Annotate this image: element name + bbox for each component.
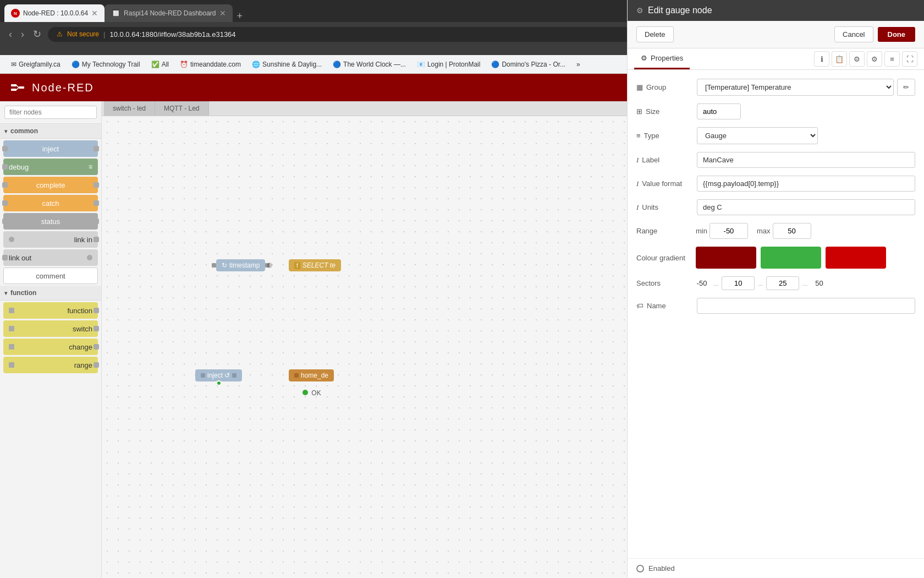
sector-dots-3: ... — [802, 280, 807, 287]
node-range-label: range — [74, 361, 92, 369]
sidebar-item-status[interactable]: status — [3, 213, 98, 230]
bookmark-greigfamily[interactable]: ✉ Greigfamily.ca — [7, 58, 65, 70]
forward-button[interactable]: › — [19, 26, 26, 42]
sector-input-1[interactable] — [722, 276, 755, 290]
sidebar-item-comment[interactable]: comment — [3, 268, 98, 284]
sidebar-item-switch[interactable]: switch — [3, 320, 98, 337]
form-row-value-format: I Value format — [636, 176, 915, 192]
range-min-input[interactable] — [710, 223, 748, 239]
flow-tab-switch-led[interactable]: switch - led — [104, 101, 155, 116]
enabled-circle-icon[interactable] — [636, 565, 644, 572]
form-label-units: I Units — [636, 203, 691, 212]
value-format-cursor-icon: I — [636, 179, 639, 188]
sidebar-item-range[interactable]: range — [3, 357, 98, 373]
nr-logo: Node-RED — [9, 79, 94, 96]
new-tab-button[interactable]: + — [233, 10, 248, 22]
node-comment-label: comment — [36, 272, 65, 280]
status-port-left — [2, 219, 8, 224]
canvas-node-inject2[interactable]: inject ↺ — [195, 369, 242, 381]
tab-node-red-icon: N — [11, 9, 20, 18]
bookmark-sunshine[interactable]: 🌐 Sunshine & Daylig... — [248, 58, 326, 70]
flow-tab-mqtt[interactable]: MQTT - Led — [155, 101, 208, 116]
address-text: 10.0.0.64:1880/#flow/38ab9b1a.e31364 — [109, 30, 235, 39]
svg-rect-2 — [11, 89, 16, 91]
type-select[interactable]: Gauge — [697, 127, 818, 144]
colour-swatch-2[interactable] — [761, 247, 821, 269]
inject2-status-dot — [216, 380, 222, 386]
label-input[interactable] — [697, 152, 915, 168]
inject-port-right — [94, 146, 99, 151]
colour-swatch-3[interactable] — [826, 247, 886, 269]
canvas-select-func-icon: f — [294, 262, 300, 269]
sidebar-item-debug[interactable]: debug ≡ — [3, 159, 98, 175]
sidebar-item-complete[interactable]: complete — [3, 177, 98, 193]
node-switch-label: switch — [73, 325, 92, 333]
node-inject-label: inject — [42, 145, 59, 153]
svg-rect-1 — [11, 84, 16, 86]
tab-node-red-close[interactable]: ✕ — [91, 9, 98, 18]
canvas-select-label: SELECT te — [302, 261, 336, 269]
bookmark-timeanddate[interactable]: ⏰ timeanddate.com — [175, 58, 245, 70]
canvas-node-timestamp[interactable]: ↻ timestamp — [212, 259, 270, 271]
ok-label: OK — [311, 389, 321, 397]
sidebar-section-function-header[interactable]: ▾ function — [0, 286, 101, 301]
bookmark-protonmail[interactable]: 📧 Login | ProtonMail — [413, 58, 485, 70]
bookmark-all-icon: ✅ — [151, 61, 160, 68]
range-max-label: max — [757, 227, 771, 235]
value-format-input[interactable] — [697, 176, 915, 192]
back-button[interactable]: ‹ — [7, 26, 14, 42]
bookmark-mytech[interactable]: 🔵 My Technology Trail — [67, 58, 145, 70]
name-tag-icon: 🏷 — [636, 302, 644, 310]
linkout-port-left — [2, 255, 8, 260]
function-chevron-icon: ▾ — [4, 290, 7, 296]
range-max-input[interactable] — [773, 223, 811, 239]
tab-raspi[interactable]: 🔲 Raspi14 Node-RED Dashboard ✕ — [105, 4, 232, 22]
svg-rect-3 — [19, 86, 24, 89]
sector-start-value: -50 — [694, 279, 710, 287]
sidebar-item-linkout[interactable]: link out — [3, 249, 98, 266]
value-format-label-text: Value format — [642, 179, 682, 188]
bookmark-more[interactable]: » — [572, 58, 585, 70]
bookmark-dominos-label: Domino's Pizza - Or... — [502, 61, 565, 68]
sidebar-section-common-header[interactable]: ▾ common — [0, 124, 101, 139]
main-layout: ▾ common inject debug ≡ — [0, 101, 924, 578]
node-change-label: change — [69, 343, 92, 351]
sidebar-item-catch[interactable]: catch — [3, 195, 98, 211]
bookmark-dominos-icon: 🔵 — [491, 61, 499, 68]
sector-dots-2: ... — [758, 280, 763, 287]
sector-end-value: 50 — [811, 279, 828, 287]
name-input[interactable] — [697, 298, 915, 314]
sidebar-item-function[interactable]: function — [3, 302, 98, 319]
form-row-units: I Units — [636, 199, 915, 215]
node-complete-label: complete — [36, 181, 65, 189]
debug-lines-icon: ≡ — [89, 163, 92, 171]
form-label-type: ≡ Type — [636, 132, 691, 140]
sidebar-item-change[interactable]: change — [3, 339, 98, 355]
refresh-button[interactable]: ↻ — [31, 26, 43, 42]
units-cursor-icon: I — [636, 203, 639, 212]
debug-port-left — [2, 164, 8, 170]
bookmark-dominos[interactable]: 🔵 Domino's Pizza - Or... — [487, 58, 570, 70]
sidebar-item-linkin[interactable]: link in — [3, 231, 98, 248]
canvas-timestamp-label: timestamp — [229, 261, 260, 269]
sidebar-item-inject[interactable]: inject — [3, 140, 98, 157]
bookmark-worldclock[interactable]: 🔵 The World Clock —... — [328, 58, 410, 70]
canvas-node-select[interactable]: f SELECT te — [289, 259, 341, 271]
sidebar-scroll: ▾ common inject debug ≡ — [0, 124, 101, 578]
search-input[interactable] — [4, 106, 97, 119]
bookmark-more-label: » — [576, 61, 580, 68]
tab-node-red[interactable]: N Node-RED : 10.0.0.64 ✕ — [4, 4, 105, 22]
ok-dot — [302, 390, 308, 395]
inject-port-left — [2, 146, 8, 151]
bookmark-all[interactable]: ✅ All — [147, 58, 173, 70]
canvas-node-home-de[interactable]: home_de — [289, 369, 334, 381]
address-warning-text: Not secure — [67, 30, 99, 38]
tab-raspi-close[interactable]: ✕ — [219, 9, 226, 18]
type-list-icon: ≡ — [636, 132, 641, 140]
name-label-text: Name — [647, 302, 666, 310]
colour-swatch-1[interactable] — [696, 247, 756, 269]
size-input[interactable] — [697, 103, 741, 119]
sector-input-2[interactable] — [766, 276, 799, 290]
form-row-colour-gradient: Colour gradient — [636, 247, 915, 269]
units-input[interactable] — [697, 199, 915, 215]
